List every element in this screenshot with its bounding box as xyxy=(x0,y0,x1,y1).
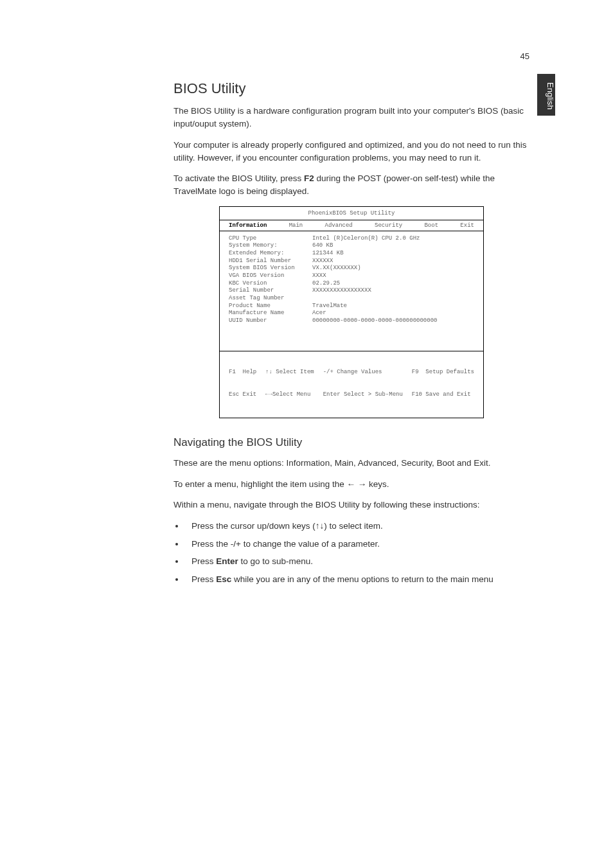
bios-tab-exit: Exit xyxy=(460,222,474,229)
list-item: Press the -/+ to change the value of a p… xyxy=(185,537,529,551)
instruction-list: Press the cursor up/down keys (↑↓) to se… xyxy=(173,519,529,586)
key-f2: F2 xyxy=(304,173,314,183)
bios-screenshot: PhoenixBIOS Setup Utility Information Ma… xyxy=(219,206,484,419)
list-item: Press Esc while you are in any of the me… xyxy=(185,572,529,587)
bios-title: PhoenixBIOS Setup Utility xyxy=(220,207,483,220)
bios-footer: F1 Help Esc Exit ↑↓ Select Item ←→Select… xyxy=(220,351,483,418)
heading-bios-utility: BIOS Utility xyxy=(173,80,529,97)
paragraph-menu-options: These are the menu options: Information,… xyxy=(173,457,529,470)
list-item: Press the cursor up/down keys (↑↓) to se… xyxy=(185,519,529,533)
bios-tab-advanced: Advanced xyxy=(325,222,353,229)
list-item: Press Enter to go to sub-menu. xyxy=(185,554,529,569)
page-number: 45 xyxy=(173,51,529,61)
paragraph-enter-menu: To enter a menu, highlight the item usin… xyxy=(173,478,529,491)
heading-navigating: Navigating the BIOS Utility xyxy=(173,436,529,449)
paragraph-activate: To activate the BIOS Utility, press F2 d… xyxy=(173,172,529,199)
paragraph-within-menu: Within a menu, navigate through the BIOS… xyxy=(173,499,529,511)
key-esc: Esc xyxy=(216,574,231,584)
paragraph-intro: The BIOS Utility is a hardware configura… xyxy=(173,105,529,131)
language-tab: English xyxy=(537,74,555,116)
key-enter: Enter xyxy=(216,556,238,566)
paragraph-configured: Your computer is already properly config… xyxy=(173,139,529,165)
bios-tab-security: Security xyxy=(375,222,402,229)
bios-tab-row: Information Main Advanced Security Boot … xyxy=(220,220,483,231)
bios-tab-boot: Boot xyxy=(424,222,438,229)
bios-tab-information: Information xyxy=(229,222,267,229)
bios-tab-main: Main xyxy=(289,222,303,229)
bios-body: CPU TypeIntel (R)Celeron(R) CPU 2.0 GHz … xyxy=(220,231,483,351)
